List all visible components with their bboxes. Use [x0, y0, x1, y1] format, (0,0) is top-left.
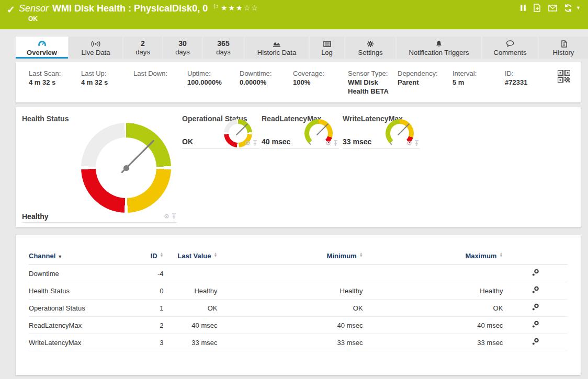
gauge-needle-hub [123, 165, 129, 171]
cell-maximum: Healthy [363, 282, 503, 300]
add-report-button[interactable] [533, 4, 541, 12]
info-downtime: Downtime:0.0000% [240, 69, 293, 102]
divider [182, 148, 259, 149]
page-title: WMI Disk Health : PhysicalDisk0, 0 [52, 3, 208, 14]
info-id: ID:#72331 [505, 69, 553, 102]
info-last-down: Last Down: [133, 69, 187, 102]
channel-table-panel: Channel▼ ID▲▼ Last Value▲▼ Minimum▲▼ Max… [16, 235, 581, 375]
divider [22, 222, 177, 223]
main-gauge-controls: ⚙ [164, 213, 176, 220]
tab-overview[interactable]: Overview [16, 37, 68, 59]
tab-history[interactable]: History [539, 37, 588, 59]
broadcast-icon [91, 40, 100, 48]
tab-2-days[interactable]: 2 days [123, 37, 162, 59]
cell-last-value: 40 msec [163, 317, 217, 334]
main-gauge-value: Healthy [22, 212, 49, 221]
cell-minimum: OK [217, 300, 363, 317]
cell-minimum: 40 msec [217, 317, 363, 334]
cell-channel: WriteLatencyMax [29, 334, 126, 351]
pin-icon[interactable] [172, 213, 176, 220]
cell-id: 1 [126, 300, 163, 317]
status-badge: OK [28, 15, 38, 22]
mini-gauge-3-value: 33 msec [343, 137, 371, 146]
gear-icon [367, 40, 374, 48]
info-last-up: Last Up:4 m 32 s [81, 69, 133, 102]
cell-channel: Operational Status [29, 300, 126, 317]
column-header-actions [503, 248, 568, 265]
sensor-info-bar: Last Scan:4 m 32 s Last Up:4 m 32 s Last… [16, 62, 581, 102]
table-header-row: Channel▼ ID▲▼ Last Value▲▼ Minimum▲▼ Max… [29, 248, 568, 265]
channel-settings-icon[interactable] [532, 320, 539, 330]
tab-bar: Overview Live Data 2 days 30 days 365 da… [16, 37, 588, 59]
tab-comments[interactable]: Comments [482, 37, 538, 59]
qr-code-icon[interactable] [558, 70, 570, 102]
sort-arrows-icon: ▲▼ [214, 252, 218, 257]
channel-settings-icon[interactable] [532, 269, 539, 278]
cell-maximum: 33 msec [363, 334, 503, 351]
gauge-settings-gear-icon[interactable]: ⚙ [164, 213, 169, 220]
channel-settings-icon[interactable] [532, 286, 539, 295]
overview-gauges-panel: Health Status Healthy ⚙ Operational Stat… [16, 107, 581, 227]
tab-historic-data[interactable]: Historic Data [245, 37, 309, 59]
column-header-id[interactable]: ID▲▼ [126, 248, 163, 265]
info-sensor-type: Sensor Type:WMI Disk Health BETA [348, 69, 398, 102]
tab-log[interactable]: Log [310, 37, 344, 59]
channel-settings-icon[interactable] [532, 338, 539, 347]
comment-bubble-icon [506, 40, 514, 48]
cell-minimum: 33 msec [217, 334, 363, 351]
cell-channel: ReadLatencyMax [29, 317, 126, 334]
bell-icon [435, 40, 443, 48]
cell-id: 2 [126, 317, 163, 334]
flag-icon[interactable]: ⚐ [213, 3, 219, 10]
refresh-button[interactable] [564, 4, 572, 12]
object-kind-label: Sensor [19, 3, 49, 14]
cell-minimum [217, 265, 363, 282]
cell-maximum: OK [363, 300, 503, 317]
table-row: Operational Status 1 OK OK OK [29, 300, 568, 317]
column-header-minimum[interactable]: Minimum▲▼ [217, 248, 363, 265]
cell-maximum [363, 265, 503, 282]
table-row: Health Status 0 Healthy Healthy Healthy [29, 282, 568, 300]
table-row: ReadLatencyMax 2 40 msec 40 msec 40 msec [29, 317, 568, 334]
history-page-icon [560, 40, 567, 48]
sort-arrows-icon: ▲▼ [160, 252, 164, 257]
column-header-maximum[interactable]: Maximum▲▼ [363, 248, 503, 265]
tab-live-data[interactable]: Live Data [69, 37, 122, 59]
tab-365-days[interactable]: 365 days [203, 37, 244, 59]
sort-arrows-icon: ▲▼ [499, 252, 503, 257]
operational-status-gauge [224, 119, 252, 147]
write-latency-gauge [386, 119, 414, 147]
channel-settings-icon[interactable] [532, 303, 539, 313]
tab-settings[interactable]: Settings [345, 37, 395, 59]
tab-notification-triggers[interactable]: Notification Triggers [397, 37, 481, 59]
refresh-dropdown-caret-icon[interactable]: ▼ [576, 5, 581, 10]
table-row: WriteLatencyMax 3 33 msec 33 msec 33 mse… [29, 334, 568, 351]
pause-button[interactable] [520, 4, 526, 12]
info-last-scan: Last Scan:4 m 32 s [29, 69, 81, 102]
gauge-icon [38, 40, 46, 48]
read-latency-gauge [304, 119, 333, 147]
log-list-icon [323, 40, 331, 48]
divider [343, 148, 420, 149]
pin-icon[interactable] [333, 140, 338, 146]
priority-stars[interactable]: ★★★☆☆ [221, 4, 259, 12]
pin-icon[interactable] [414, 140, 419, 146]
pin-icon[interactable] [253, 140, 257, 146]
cell-id: 0 [126, 282, 163, 300]
mini-gauge-2-value: 40 msec [262, 137, 290, 146]
cell-id: -4 [126, 265, 163, 282]
divider [262, 148, 339, 149]
cell-last-value [163, 265, 217, 282]
sensor-title-line: SensorWMI Disk Health : PhysicalDisk0, 0… [19, 3, 219, 14]
tab-30-days[interactable]: 30 days [163, 37, 202, 59]
cell-channel: Downtime [29, 265, 126, 282]
sensor-header-bar: ✓ SensorWMI Disk Health : PhysicalDisk0,… [0, 0, 588, 29]
area-chart-icon [273, 40, 281, 48]
table-row: Downtime -4 [29, 265, 568, 282]
status-ok-check-icon: ✓ [7, 4, 15, 16]
sort-desc-caret-icon: ▼ [58, 254, 62, 259]
column-header-last-value[interactable]: Last Value▲▼ [163, 248, 217, 265]
column-header-channel[interactable]: Channel▼ [29, 248, 126, 265]
sort-arrows-icon: ▲▼ [359, 252, 363, 257]
mail-button[interactable] [548, 5, 557, 12]
